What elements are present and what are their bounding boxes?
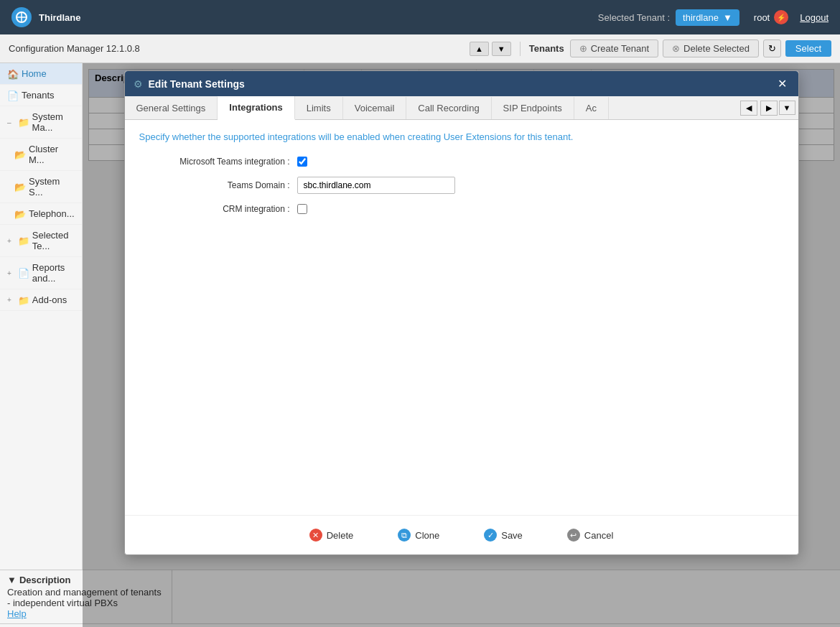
tenant-selector: Selected Tenant : thirdlane ▼ (598, 9, 739, 26)
sidebar-item-home[interactable]: 🏠 Home (0, 63, 82, 85)
cancel-circle-icon: ↩ (567, 529, 580, 542)
tab-nav: ◀ ▶ ▼ (739, 99, 798, 117)
dialog-title: Edit Tenant Settings (149, 78, 769, 90)
tab-expand-btn[interactable]: ▼ (779, 101, 795, 115)
collapse-icon: ▼ (7, 575, 17, 585)
sidebar-item-system[interactable]: – 📁 System Ma... (0, 106, 82, 139)
expand-icon-system: – (7, 119, 11, 126)
selected-tenant-label: Selected Tenant : (598, 12, 670, 23)
teams-domain-input[interactable] (297, 177, 455, 194)
tab-ac[interactable]: Ac (574, 97, 609, 119)
clone-btn[interactable]: ⧉ Clone (386, 524, 451, 546)
save-btn[interactable]: ✓ Save (472, 524, 534, 546)
tab-integrations[interactable]: Integrations (218, 96, 294, 120)
sidebar-item-telephon[interactable]: 📂 Telephon... (0, 203, 82, 225)
navbar-right: root ⚡ Logout (754, 10, 829, 24)
telephon-icon: 📂 (14, 209, 24, 219)
brand: Thirdlane (11, 7, 598, 27)
sidebar-label-system-s: System S... (29, 176, 75, 198)
teams-domain-row: Teams Domain : (139, 177, 784, 194)
ms-teams-label: Microsoft Teams integration : (139, 157, 297, 167)
save-circle-icon: ✓ (484, 529, 497, 542)
user-icon: ⚡ (774, 10, 788, 24)
dialog-title-icon: ⚙ (134, 78, 143, 90)
sidebar-item-system-s[interactable]: 📂 System S... (0, 171, 82, 203)
ms-teams-row: Microsoft Teams integration : (139, 157, 784, 167)
crm-label: CRM integration : (139, 204, 297, 214)
config-manager-title: Configuration Manager 12.1.0.8 (9, 43, 464, 54)
selected-icon: 📁 (18, 236, 28, 246)
dialog-description: Specify whether the supported integratio… (139, 131, 784, 142)
sidebar-item-tenants[interactable]: 📄 Tenants (0, 85, 82, 106)
teams-domain-label: Teams Domain : (139, 180, 297, 190)
crm-row: CRM integration : (139, 204, 784, 214)
crm-checkbox[interactable] (297, 204, 307, 214)
addons-icon: 📁 (18, 295, 28, 305)
delete-icon: ⊗ (672, 43, 680, 54)
main-layout: 🏠 Home 📄 Tenants – 📁 System Ma... 📂 Clus… (0, 63, 840, 627)
tab-general-settings[interactable]: General Settings (125, 97, 218, 119)
system-icon: 📁 (18, 117, 28, 127)
create-icon: ⊕ (579, 43, 587, 54)
nav-up-btn[interactable]: ▲ (470, 42, 489, 56)
sidebar-label-cluster: Cluster M... (29, 144, 75, 165)
tab-sip-endpoints[interactable]: SIP Endpoints (492, 97, 574, 119)
tenants-icon: 📄 (7, 90, 17, 101)
logo-icon (11, 7, 32, 27)
tab-limits[interactable]: Limits (295, 97, 343, 119)
tab-call-recording[interactable]: Call Recording (406, 97, 491, 119)
dialog-overlay: ⚙ Edit Tenant Settings ✕ General Setting… (83, 63, 840, 627)
dialog-body: Specify whether the supported integratio… (125, 120, 798, 515)
delete-btn[interactable]: ✕ Delete (298, 524, 365, 546)
select-btn[interactable]: Select (785, 40, 831, 57)
clone-circle-icon: ⧉ (398, 529, 411, 542)
divider (520, 42, 521, 56)
dialog-footer: ✕ Delete ⧉ Clone ✓ Save ↩ Cancel (125, 515, 798, 554)
delete-circle-icon: ✕ (309, 529, 322, 542)
sidebar-label-home: Home (22, 68, 47, 79)
sidebar-item-selected[interactable]: + 📁 Selected Te... (0, 225, 82, 257)
toolbar: Configuration Manager 12.1.0.8 ▲ ▼ Tenan… (0, 34, 840, 63)
expand-icon-reports: + (7, 269, 11, 277)
sidebar-item-addons[interactable]: + 📁 Add-ons (0, 289, 82, 311)
edit-tenant-dialog: ⚙ Edit Tenant Settings ✕ General Setting… (124, 70, 799, 555)
tenant-dropdown[interactable]: thirdlane ▼ (676, 9, 739, 26)
create-tenant-btn[interactable]: ⊕ Create Tenant (570, 40, 658, 57)
tab-next-btn[interactable]: ▶ (760, 101, 778, 116)
sidebar-label-telephon: Telephon... (29, 208, 75, 219)
description-header: Description (19, 575, 71, 585)
reports-icon: 📄 (18, 268, 28, 278)
system-s-icon: 📂 (14, 182, 24, 192)
tab-prev-btn[interactable]: ◀ (740, 101, 757, 116)
navbar: Thirdlane Selected Tenant : thirdlane ▼ … (0, 0, 840, 34)
nav-down-btn[interactable]: ▼ (492, 42, 511, 56)
dialog-tabs: General Settings Integrations Limits Voi… (125, 96, 798, 120)
dialog-close-btn[interactable]: ✕ (775, 77, 790, 90)
help-link[interactable]: Help (7, 608, 27, 619)
sidebar: 🏠 Home 📄 Tenants – 📁 System Ma... 📂 Clus… (0, 63, 83, 627)
sidebar-label-addons: Add-ons (32, 294, 67, 305)
logout-link[interactable]: Logout (800, 12, 829, 23)
app-name: Thirdlane (39, 12, 81, 23)
ms-teams-checkbox[interactable] (297, 157, 307, 167)
tab-voicemail[interactable]: Voicemail (343, 97, 407, 119)
home-icon: 🏠 (7, 69, 17, 79)
toolbar-nav: ▲ ▼ (470, 42, 511, 56)
refresh-btn[interactable]: ↻ (763, 40, 781, 57)
dialog-titlebar: ⚙ Edit Tenant Settings ✕ (125, 71, 798, 96)
user-badge: root ⚡ (754, 10, 788, 24)
tenants-tab-title: Tenants (529, 43, 564, 54)
sidebar-item-cluster[interactable]: 📂 Cluster M... (0, 139, 82, 171)
cluster-icon: 📂 (14, 149, 24, 159)
crm-control (297, 204, 307, 214)
expand-icon-selected: + (7, 237, 11, 245)
delete-selected-btn[interactable]: ⊗ Delete Selected (663, 40, 759, 57)
cancel-btn[interactable]: ↩ Cancel (556, 524, 625, 546)
expand-icon-addons: + (7, 296, 11, 304)
teams-domain-control (297, 177, 455, 194)
sidebar-label-system: System Ma... (32, 111, 75, 133)
sidebar-label-tenants: Tenants (22, 90, 55, 101)
sidebar-item-reports[interactable]: + 📄 Reports and... (0, 257, 82, 289)
ms-teams-control (297, 157, 307, 167)
sidebar-label-selected: Selected Te... (32, 230, 75, 251)
